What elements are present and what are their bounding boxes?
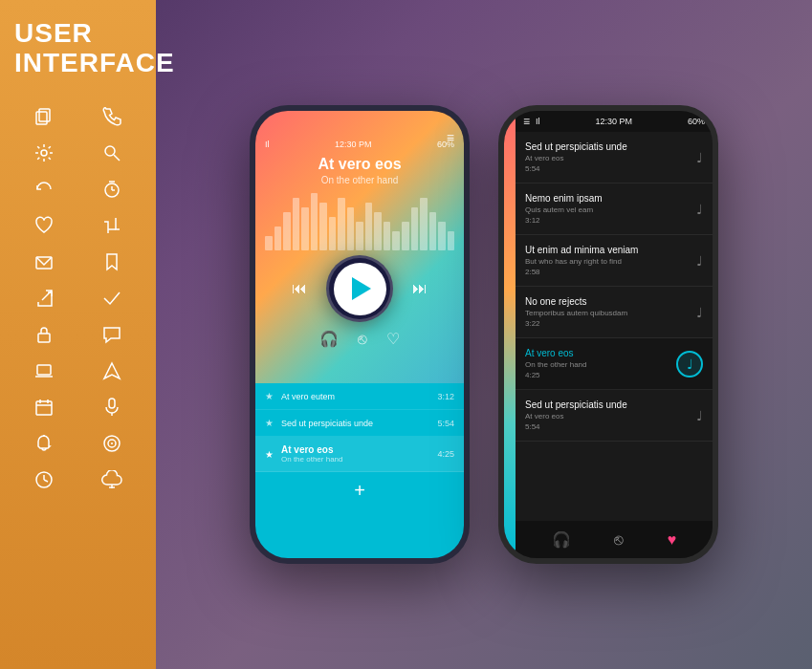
phone-songlist: ≡ Il 12:30 PM 60% Sed ut perspiciatis un… (498, 105, 718, 564)
phone-player-inner: Il 12:30 PM 60% ≡ At vero eos On the oth… (255, 111, 464, 558)
song-info-6: Sed ut perspiciatis unde At vero eos 5:5… (525, 399, 689, 431)
share-icon[interactable] (14, 289, 74, 308)
playlist-info-3: At vero eos On the other hand (281, 444, 429, 464)
song-duration-1: 5:54 (525, 164, 689, 173)
bell-icon[interactable] (14, 434, 74, 453)
song-name-4: No one rejects (525, 296, 689, 307)
add-button[interactable]: + (255, 472, 464, 509)
chat-icon[interactable] (83, 325, 143, 344)
song-info-1: Sed ut perspiciatis unde At vero eos 5:5… (525, 141, 689, 173)
song-note-icon-6: ♩ (696, 408, 703, 423)
microphone-icon[interactable] (83, 398, 143, 417)
refresh-icon[interactable] (14, 180, 74, 199)
headphones-icon[interactable]: 🎧 (319, 330, 339, 348)
phone-songlist-inner: ≡ Il 12:30 PM 60% Sed ut perspiciatis un… (504, 111, 713, 558)
song-note-icon-1: ♩ (696, 150, 703, 165)
crop-icon[interactable] (83, 216, 143, 235)
song-info-3: Ut enim ad minima veniam But who has any… (525, 245, 689, 276)
heart-music-icon[interactable]: ♡ (386, 330, 400, 348)
playlist-item-2[interactable]: ★ Sed ut perspiciatis unde 5:54 (255, 410, 464, 437)
heart-icon[interactable] (14, 216, 74, 235)
player-extra-icons: 🎧 ⎋ ♡ (319, 330, 400, 348)
p2-heart-icon[interactable]: ♥ (668, 531, 677, 549)
navigation-icon[interactable] (83, 361, 143, 380)
player-playlist: ★ At vero eutem 3:12 ★ Sed ut perspiciat… (255, 383, 464, 558)
lock-icon[interactable] (14, 325, 74, 344)
equalizer-bars (255, 193, 464, 250)
playlist-star-1: ★ (265, 391, 274, 401)
svg-marker-16 (104, 363, 120, 378)
song-item-6[interactable]: Sed ut perspiciatis unde At vero eos 5:5… (516, 390, 713, 442)
main-content: Il 12:30 PM 60% ≡ At vero eos On the oth… (156, 0, 812, 669)
cloud-icon[interactable] (83, 470, 143, 489)
phone-player: Il 12:30 PM 60% ≡ At vero eos On the oth… (250, 105, 470, 564)
song-info-4: No one rejects Temporibus autem quibusda… (525, 296, 689, 328)
song-name-2: Nemo enim ipsam (525, 193, 689, 204)
svg-point-2 (41, 150, 47, 156)
svg-rect-21 (109, 399, 115, 408)
svg-point-3 (105, 146, 115, 156)
song-sub-1: At vero eos (525, 154, 689, 162)
clock-icon[interactable] (14, 470, 74, 489)
song-duration-2: 3:12 (525, 216, 689, 225)
playlist-time-3: 4:25 (437, 449, 454, 459)
song-note-icon-3: ♩ (696, 253, 703, 269)
phone1-signal: Il (265, 140, 270, 149)
phone2-accent-bar (504, 111, 516, 558)
song-item-5[interactable]: At vero eos On the other hand 4:25 ♩ (516, 338, 713, 390)
song-item-1[interactable]: Sed ut perspiciatis unde At vero eos 5:5… (516, 132, 713, 183)
song-info-2: Nemo enim ipsam Quis autem vel eam 3:12 (525, 193, 689, 225)
target-icon[interactable] (83, 434, 143, 453)
copy-icon[interactable] (14, 107, 74, 126)
playlist-sub-3: On the other hand (281, 455, 429, 464)
song-sub-6: At vero eos (525, 412, 689, 421)
svg-rect-13 (38, 334, 50, 342)
phone-icon[interactable] (83, 107, 143, 126)
share-music-icon[interactable]: ⎋ (358, 331, 367, 348)
phone2-time: 12:30 PM (595, 117, 632, 126)
song-sub-2: Quis autem vel eam (525, 205, 689, 214)
timer-icon[interactable] (83, 180, 143, 199)
song-duration-3: 2:58 (525, 268, 689, 276)
song-name-3: Ut enim ad minima veniam (525, 245, 689, 255)
song-duration-5: 4:25 (525, 371, 669, 379)
calendar-icon[interactable] (14, 398, 74, 417)
p2-headphones-icon[interactable]: 🎧 (552, 530, 571, 549)
playlist-star-2: ★ (265, 418, 274, 428)
playlist-info-1: At vero eutem (281, 392, 429, 401)
sidebar-title: USERINTERFACE (14, 19, 142, 78)
song-name-5: At vero eos (525, 348, 669, 358)
playlist-time-2: 5:54 (437, 419, 454, 428)
mail-icon[interactable] (14, 252, 74, 271)
svg-line-4 (114, 155, 120, 161)
p2-share-icon[interactable]: ⎋ (614, 531, 624, 549)
laptop-icon[interactable] (14, 361, 74, 380)
phone1-status-bar: Il 12:30 PM 60% (255, 138, 464, 151)
playlist-info-2: Sed ut perspiciatis unde (281, 419, 429, 428)
svg-line-12 (42, 291, 52, 300)
playlist-name-2: Sed ut perspiciatis unde (281, 419, 429, 428)
play-triangle-icon (352, 277, 371, 300)
svg-point-25 (111, 442, 113, 444)
bookmark-icon[interactable] (83, 252, 143, 271)
playlist-item-3[interactable]: ★ At vero eos On the other hand 4:25 (255, 437, 464, 472)
prev-button[interactable]: ⏮ (292, 280, 307, 297)
gear-icon[interactable] (14, 143, 74, 162)
phone2-status-bar: ≡ Il 12:30 PM 60% (516, 111, 713, 132)
svg-rect-1 (39, 109, 50, 121)
search-icon[interactable] (83, 143, 143, 162)
playlist-name-1: At vero eutem (281, 392, 429, 401)
song-item-2[interactable]: Nemo enim ipsam Quis autem vel eam 3:12 … (516, 183, 713, 235)
next-button[interactable]: ⏭ (412, 280, 428, 297)
song-sub-3: But who has any right to find (525, 257, 689, 266)
phone2-menu-icon[interactable]: ≡ (523, 115, 530, 128)
svg-line-28 (44, 480, 48, 482)
player-top: Il 12:30 PM 60% ≡ At vero eos On the oth… (255, 111, 464, 383)
song-item-3[interactable]: Ut enim ad minima veniam But who has any… (516, 235, 713, 287)
phone2-bottom-controls: 🎧 ⎋ ♥ (516, 521, 713, 558)
check-icon[interactable] (83, 289, 143, 308)
playlist-item-1[interactable]: ★ At vero eutem 3:12 (255, 383, 464, 410)
song-item-4[interactable]: No one rejects Temporibus autem quibusda… (516, 287, 713, 338)
play-button[interactable] (326, 255, 393, 322)
hamburger-icon[interactable]: ≡ (447, 130, 454, 145)
